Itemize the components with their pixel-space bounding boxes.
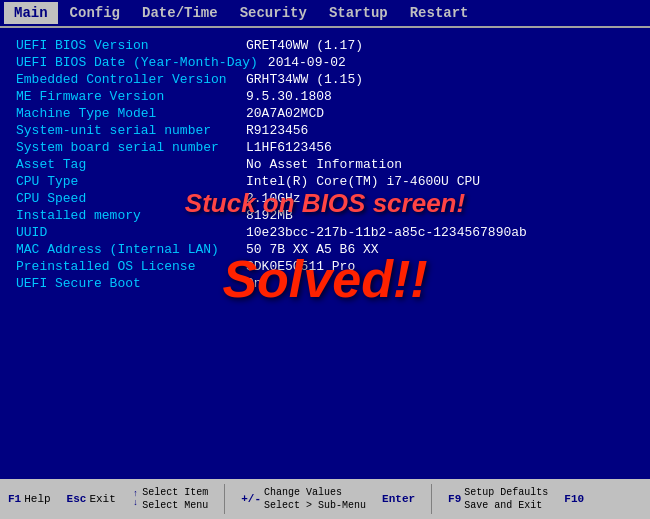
- info-value-12: 50 7B XX A5 B6 XX: [236, 242, 634, 257]
- f1-label: Help: [24, 493, 50, 505]
- info-row-5: System-unit serial numberR9123456: [16, 123, 634, 138]
- info-value-6: L1HF6123456: [236, 140, 634, 155]
- info-value-11: 10e23bcc-217b-11b2-a85c-1234567890ab: [236, 225, 634, 240]
- select-labels: Select Item Select Menu: [142, 486, 208, 512]
- info-row-7: Asset TagNo Asset Information: [16, 157, 634, 172]
- info-label-7: Asset Tag: [16, 157, 236, 172]
- enter-key: Enter: [382, 493, 415, 505]
- info-row-3: ME Firmware Version9.5.30.1808: [16, 89, 634, 104]
- info-value-13: SDK0E50511 Pro: [236, 259, 634, 274]
- info-label-13: Preinstalled OS License: [16, 259, 236, 274]
- f1-key: F1: [8, 493, 21, 505]
- info-label-6: System board serial number: [16, 140, 236, 155]
- info-table: UEFI BIOS VersionGRET40WW (1.17)UEFI BIO…: [16, 38, 634, 291]
- info-row-2: Embedded Controller VersionGRHT34WW (1.1…: [16, 72, 634, 87]
- info-value-9: 2.10GHz: [236, 191, 634, 206]
- info-label-9: CPU Speed: [16, 191, 236, 206]
- info-value-7: No Asset Information: [236, 157, 634, 172]
- status-esc: Esc Exit: [67, 493, 116, 505]
- menu-bar: Main Config Date/Time Security Startup R…: [0, 0, 650, 28]
- info-label-14: UEFI Secure Boot: [16, 276, 236, 291]
- info-row-11: UUID10e23bcc-217b-11b2-a85c-1234567890ab: [16, 225, 634, 240]
- menu-item-startup[interactable]: Startup: [319, 2, 398, 24]
- info-label-1: UEFI BIOS Date (Year-Month-Day): [16, 55, 258, 70]
- info-value-14: On: [236, 276, 634, 291]
- defaults-labels: Setup Defaults Save and Exit: [464, 486, 548, 512]
- info-value-10: 8192MB: [236, 208, 634, 223]
- info-row-4: Machine Type Model20A7A02MCD: [16, 106, 634, 121]
- status-enter: Enter: [382, 493, 415, 505]
- info-label-8: CPU Type: [16, 174, 236, 189]
- info-row-13: Preinstalled OS LicenseSDK0E50511 Pro: [16, 259, 634, 274]
- esc-label: Exit: [89, 493, 115, 505]
- info-label-5: System-unit serial number: [16, 123, 236, 138]
- info-row-8: CPU TypeIntel(R) Core(TM) i7-4600U CPU: [16, 174, 634, 189]
- status-f9: F9 Setup Defaults Save and Exit: [448, 486, 548, 512]
- menu-item-restart[interactable]: Restart: [400, 2, 479, 24]
- info-value-0: GRET40WW (1.17): [236, 38, 634, 53]
- status-bar: F1 Help Esc Exit ↑ ↓ Select Item Select …: [0, 479, 650, 519]
- info-label-2: Embedded Controller Version: [16, 72, 236, 87]
- info-label-12: MAC Address (Internal LAN): [16, 242, 236, 257]
- change-labels: Change Values Select > Sub-Menu: [264, 486, 366, 512]
- esc-key: Esc: [67, 493, 87, 505]
- status-f1: F1 Help: [8, 493, 51, 505]
- divider-2: [431, 484, 432, 514]
- info-value-2: GRHT34WW (1.15): [236, 72, 634, 87]
- info-row-12: MAC Address (Internal LAN)50 7B XX A5 B6…: [16, 242, 634, 257]
- menu-item-main[interactable]: Main: [4, 2, 58, 24]
- info-value-1: 2014-09-02: [258, 55, 634, 70]
- info-label-3: ME Firmware Version: [16, 89, 236, 104]
- info-label-0: UEFI BIOS Version: [16, 38, 236, 53]
- info-row-1: UEFI BIOS Date (Year-Month-Day)2014-09-0…: [16, 55, 634, 70]
- info-label-10: Installed memory: [16, 208, 236, 223]
- info-label-11: UUID: [16, 225, 236, 240]
- info-label-4: Machine Type Model: [16, 106, 236, 121]
- status-f10: F10: [564, 493, 584, 505]
- f10-key: F10: [564, 493, 584, 505]
- menu-item-security[interactable]: Security: [230, 2, 317, 24]
- info-row-14: UEFI Secure BootOn: [16, 276, 634, 291]
- f9-key: F9: [448, 493, 461, 505]
- status-arrows: ↑ ↓ Select Item Select Menu: [132, 486, 208, 512]
- info-row-6: System board serial numberL1HF6123456: [16, 140, 634, 155]
- info-value-5: R9123456: [236, 123, 634, 138]
- info-row-0: UEFI BIOS VersionGRET40WW (1.17): [16, 38, 634, 53]
- menu-item-datetime[interactable]: Date/Time: [132, 2, 228, 24]
- divider-1: [224, 484, 225, 514]
- info-value-4: 20A7A02MCD: [236, 106, 634, 121]
- arrow-icons: ↑ ↓: [133, 490, 138, 508]
- info-value-3: 9.5.30.1808: [236, 89, 634, 104]
- status-plusminus: +/- Change Values Select > Sub-Menu: [241, 486, 366, 512]
- bios-content: UEFI BIOS VersionGRET40WW (1.17)UEFI BIO…: [0, 28, 650, 479]
- menu-item-config[interactable]: Config: [60, 2, 130, 24]
- plusminus-key: +/-: [241, 493, 261, 505]
- info-row-10: Installed memory8192MB: [16, 208, 634, 223]
- info-row-9: CPU Speed2.10GHz: [16, 191, 634, 206]
- info-value-8: Intel(R) Core(TM) i7-4600U CPU: [236, 174, 634, 189]
